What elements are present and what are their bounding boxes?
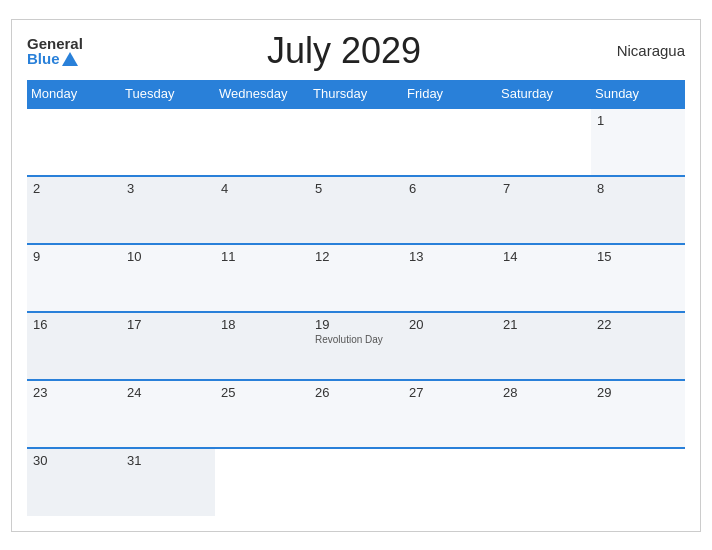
day-cell: 13	[403, 244, 497, 312]
day-cell: 29	[591, 380, 685, 448]
weekday-header-thursday: Thursday	[309, 80, 403, 108]
day-cell	[309, 108, 403, 176]
day-number: 31	[127, 453, 209, 468]
day-number: 9	[33, 249, 115, 264]
day-number: 16	[33, 317, 115, 332]
day-cell: 26	[309, 380, 403, 448]
day-cell: 17	[121, 312, 215, 380]
day-number: 18	[221, 317, 303, 332]
day-number: 4	[221, 181, 303, 196]
week-row-6: 3031	[27, 448, 685, 516]
day-cell: 14	[497, 244, 591, 312]
day-number: 1	[597, 113, 679, 128]
day-cell: 19Revolution Day	[309, 312, 403, 380]
day-number: 24	[127, 385, 209, 400]
weekday-header-tuesday: Tuesday	[121, 80, 215, 108]
day-cell: 30	[27, 448, 121, 516]
day-cell	[121, 108, 215, 176]
week-row-2: 2345678	[27, 176, 685, 244]
day-number: 23	[33, 385, 115, 400]
week-row-4: 16171819Revolution Day202122	[27, 312, 685, 380]
logo-triangle-icon	[62, 52, 78, 66]
day-cell: 27	[403, 380, 497, 448]
day-cell	[497, 108, 591, 176]
weekday-header-friday: Friday	[403, 80, 497, 108]
day-number: 28	[503, 385, 585, 400]
day-number: 7	[503, 181, 585, 196]
day-cell	[403, 108, 497, 176]
day-event: Revolution Day	[315, 334, 397, 345]
day-number: 26	[315, 385, 397, 400]
day-number: 22	[597, 317, 679, 332]
day-number: 14	[503, 249, 585, 264]
week-row-1: 1	[27, 108, 685, 176]
calendar-header: General Blue July 2029 Nicaragua	[27, 30, 685, 72]
calendar-country: Nicaragua	[605, 42, 685, 59]
day-number: 11	[221, 249, 303, 264]
day-cell: 11	[215, 244, 309, 312]
day-cell: 1	[591, 108, 685, 176]
logo: General Blue	[27, 36, 83, 66]
calendar-table: MondayTuesdayWednesdayThursdayFridaySatu…	[27, 80, 685, 516]
calendar-title: July 2029	[83, 30, 605, 72]
day-number: 5	[315, 181, 397, 196]
day-cell: 15	[591, 244, 685, 312]
weekday-header-row: MondayTuesdayWednesdayThursdayFridaySatu…	[27, 80, 685, 108]
day-number: 25	[221, 385, 303, 400]
weekday-header-monday: Monday	[27, 80, 121, 108]
day-cell: 25	[215, 380, 309, 448]
day-cell	[403, 448, 497, 516]
day-number: 2	[33, 181, 115, 196]
week-row-5: 23242526272829	[27, 380, 685, 448]
day-number: 29	[597, 385, 679, 400]
day-number: 19	[315, 317, 397, 332]
day-cell: 5	[309, 176, 403, 244]
day-number: 30	[33, 453, 115, 468]
logo-blue-text: Blue	[27, 51, 78, 66]
day-cell: 28	[497, 380, 591, 448]
day-cell: 20	[403, 312, 497, 380]
day-cell: 31	[121, 448, 215, 516]
day-cell: 23	[27, 380, 121, 448]
day-cell: 21	[497, 312, 591, 380]
day-number: 3	[127, 181, 209, 196]
day-cell: 8	[591, 176, 685, 244]
day-cell: 16	[27, 312, 121, 380]
day-number: 10	[127, 249, 209, 264]
day-cell	[215, 108, 309, 176]
logo-general-text: General	[27, 36, 83, 51]
day-number: 12	[315, 249, 397, 264]
day-cell	[309, 448, 403, 516]
day-cell	[215, 448, 309, 516]
week-row-3: 9101112131415	[27, 244, 685, 312]
day-cell: 3	[121, 176, 215, 244]
day-cell: 10	[121, 244, 215, 312]
weekday-header-wednesday: Wednesday	[215, 80, 309, 108]
day-number: 13	[409, 249, 491, 264]
day-cell: 9	[27, 244, 121, 312]
day-cell	[497, 448, 591, 516]
day-cell: 2	[27, 176, 121, 244]
day-number: 21	[503, 317, 585, 332]
day-cell: 22	[591, 312, 685, 380]
day-cell: 7	[497, 176, 591, 244]
day-cell	[591, 448, 685, 516]
day-number: 20	[409, 317, 491, 332]
weekday-header-saturday: Saturday	[497, 80, 591, 108]
day-number: 6	[409, 181, 491, 196]
day-cell: 12	[309, 244, 403, 312]
calendar: General Blue July 2029 Nicaragua MondayT…	[11, 19, 701, 532]
day-cell	[27, 108, 121, 176]
day-cell: 4	[215, 176, 309, 244]
day-cell: 24	[121, 380, 215, 448]
day-number: 8	[597, 181, 679, 196]
day-cell: 6	[403, 176, 497, 244]
day-number: 27	[409, 385, 491, 400]
day-number: 15	[597, 249, 679, 264]
weekday-header-sunday: Sunday	[591, 80, 685, 108]
day-cell: 18	[215, 312, 309, 380]
day-number: 17	[127, 317, 209, 332]
